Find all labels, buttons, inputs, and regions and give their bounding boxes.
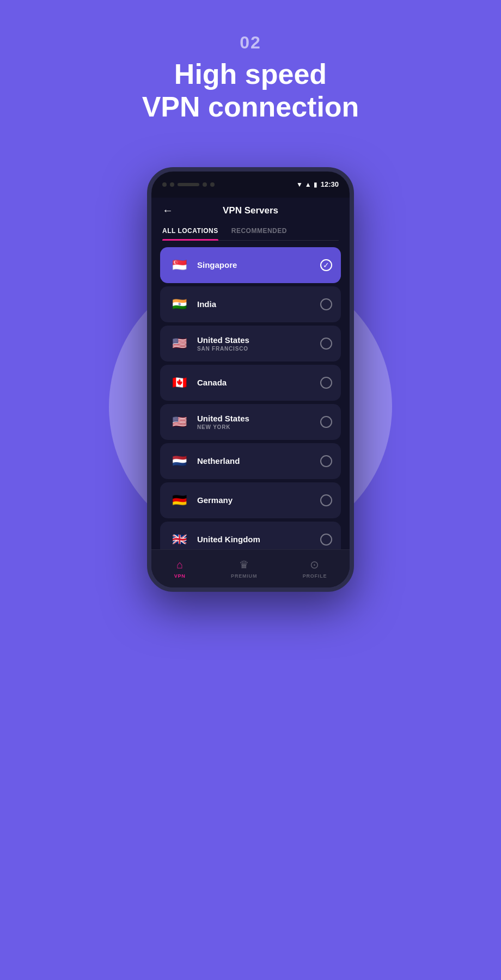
- flag-uk: 🇬🇧: [169, 529, 190, 549]
- dot-3: [203, 182, 207, 187]
- server-item-us-sf[interactable]: 🇺🇸 United States SAN FRANCISCO: [160, 326, 341, 362]
- camera-dot: [210, 182, 215, 187]
- flag-us-sf: 🇺🇸: [169, 333, 190, 354]
- server-name-de: Germany: [197, 495, 313, 505]
- radio-de[interactable]: [320, 494, 332, 506]
- server-name-us-ny: United States: [197, 414, 313, 423]
- profile-icon: ⊙: [310, 558, 319, 571]
- signal-icon: ▲: [305, 181, 311, 188]
- premium-label: PREMIUM: [231, 573, 257, 579]
- radio-singapore[interactable]: ✓: [320, 259, 332, 271]
- back-arrow-icon[interactable]: ←: [162, 204, 173, 217]
- header-section: 02 High speed VPN connection: [142, 0, 359, 124]
- headline-line2: VPN connection: [142, 91, 359, 122]
- phone-btn-left2: [147, 267, 148, 297]
- radio-uk[interactable]: [320, 534, 332, 546]
- flag-nl: 🇳🇱: [169, 451, 190, 471]
- tab-all-locations[interactable]: ALL LOCATIONS: [162, 222, 218, 240]
- battery-icon: ▮: [314, 181, 317, 188]
- server-info-us-sf: United States SAN FRANCISCO: [197, 335, 313, 352]
- flag-india: 🇮🇳: [169, 294, 190, 315]
- wifi-icon: ▼: [296, 181, 303, 188]
- screen-header: ← VPN Servers: [151, 198, 350, 216]
- server-name-singapore: Singapore: [197, 260, 313, 270]
- server-item-singapore[interactable]: 🇸🇬 Singapore ✓: [160, 247, 341, 283]
- server-name-uk: United Kingdom: [197, 535, 313, 544]
- server-item-us-ny[interactable]: 🇺🇸 United States NEW YORK: [160, 404, 341, 440]
- radio-us-ny[interactable]: [320, 416, 332, 428]
- flag-de: 🇩🇪: [169, 490, 190, 511]
- server-info-singapore: Singapore: [197, 260, 313, 270]
- vpn-home-icon: ⌂: [176, 559, 183, 571]
- phone-wrapper: ▼ ▲ ▮ 12:30 ← VPN Servers ALL LOCATIONS …: [147, 167, 354, 592]
- phone-screen: ← VPN Servers ALL LOCATIONS RECOMMENDED …: [151, 198, 350, 587]
- phone-btn-left3: [147, 305, 148, 335]
- status-icons: ▼ ▲ ▮: [296, 181, 317, 188]
- flag-singapore: 🇸🇬: [169, 255, 190, 275]
- server-info-uk: United Kingdom: [197, 535, 313, 544]
- server-item-de[interactable]: 🇩🇪 Germany: [160, 482, 341, 518]
- flag-us-ny: 🇺🇸: [169, 412, 190, 432]
- nav-item-premium[interactable]: ♛ PREMIUM: [231, 558, 257, 579]
- server-name-us-sf: United States: [197, 335, 313, 345]
- phone: ▼ ▲ ▮ 12:30 ← VPN Servers ALL LOCATIONS …: [147, 167, 354, 592]
- vpn-label: VPN: [174, 573, 186, 579]
- nav-item-profile[interactable]: ⊙ PROFILE: [303, 558, 327, 579]
- radio-canada[interactable]: [320, 377, 332, 389]
- headline: High speed VPN connection: [142, 58, 359, 124]
- phone-top-bar: ▼ ▲ ▮ 12:30: [151, 171, 350, 198]
- time-display: 12:30: [321, 180, 339, 188]
- flag-canada: 🇨🇦: [169, 372, 190, 393]
- server-item-india[interactable]: 🇮🇳 India: [160, 286, 341, 322]
- server-info-us-ny: United States NEW YORK: [197, 414, 313, 430]
- tabs-bar: ALL LOCATIONS RECOMMENDED: [162, 222, 339, 241]
- tab-recommended[interactable]: RECOMMENDED: [231, 222, 287, 240]
- server-name-india: India: [197, 299, 313, 309]
- radio-nl[interactable]: [320, 455, 332, 467]
- premium-icon: ♛: [239, 558, 249, 571]
- radio-us-sf[interactable]: [320, 338, 332, 350]
- server-info-de: Germany: [197, 495, 313, 505]
- camera-area: [162, 182, 215, 187]
- headline-line1: High speed: [174, 58, 327, 90]
- bottom-nav: ⌂ VPN ♛ PREMIUM ⊙ PROFILE: [151, 549, 350, 587]
- server-item-uk[interactable]: 🇬🇧 United Kingdom: [160, 522, 341, 549]
- status-bar: ▼ ▲ ▮ 12:30: [296, 180, 339, 188]
- server-name-canada: Canada: [197, 378, 313, 387]
- screen-title: VPN Servers: [223, 205, 278, 216]
- dot-2: [170, 182, 174, 187]
- speaker: [178, 183, 199, 186]
- server-city-us-ny: NEW YORK: [197, 424, 313, 430]
- nav-item-vpn[interactable]: ⌂ VPN: [174, 559, 186, 579]
- phone-btn-left1: [147, 237, 148, 259]
- server-info-canada: Canada: [197, 378, 313, 387]
- step-number: 02: [142, 33, 359, 53]
- radio-india[interactable]: [320, 298, 332, 310]
- server-city-us-sf: SAN FRANCISCO: [197, 346, 313, 352]
- profile-label: PROFILE: [303, 573, 327, 579]
- dot-1: [162, 182, 167, 187]
- server-item-canada[interactable]: 🇨🇦 Canada: [160, 365, 341, 401]
- server-name-nl: Netherland: [197, 456, 313, 465]
- server-info-india: India: [197, 299, 313, 309]
- phone-btn-right: [353, 248, 354, 280]
- server-item-nl[interactable]: 🇳🇱 Netherland: [160, 443, 341, 479]
- server-list: 🇸🇬 Singapore ✓ 🇮🇳 India 🇺🇸: [151, 241, 350, 549]
- server-info-nl: Netherland: [197, 456, 313, 465]
